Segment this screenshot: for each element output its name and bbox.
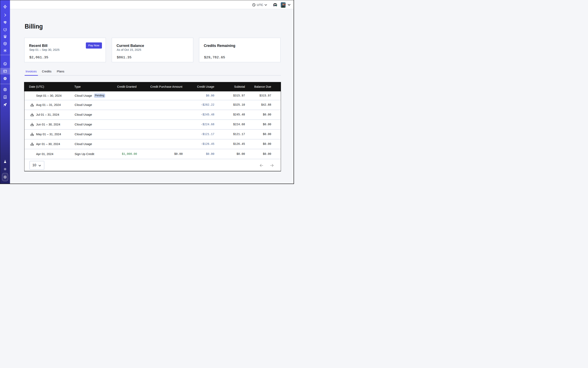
svg-text:$: $ [4,176,6,178]
